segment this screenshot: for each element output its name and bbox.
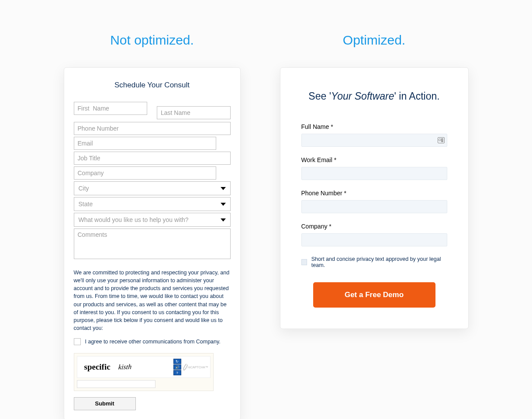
captcha-word-1: specific bbox=[84, 362, 111, 372]
recaptcha-widget: specific kisth ↻ 🔊 ? reCAPTCHA™ bbox=[74, 353, 214, 391]
help-select-label: What would you like us to help you with? bbox=[79, 216, 189, 223]
workemail-label: Work Email * bbox=[301, 156, 447, 163]
chevron-down-icon bbox=[221, 187, 226, 190]
email-input[interactable] bbox=[74, 137, 217, 150]
left-column: Not optimized. Schedule Your Consult bbox=[64, 33, 241, 419]
comparison-container: Not optimized. Schedule Your Consult bbox=[0, 0, 532, 419]
chevron-down-icon bbox=[221, 218, 226, 222]
workemail-group: Work Email * bbox=[301, 156, 447, 180]
company-group: Company * bbox=[301, 223, 447, 246]
recaptcha-logo: reCAPTCHA™ bbox=[184, 358, 208, 376]
captcha-word-2: kisth bbox=[118, 363, 132, 371]
left-form-card: Schedule Your Consult bbox=[64, 67, 241, 419]
privacy-short-text: Short and concise privacy text approved … bbox=[311, 256, 447, 268]
company-input[interactable] bbox=[74, 166, 217, 180]
title-pre: See ' bbox=[308, 90, 331, 102]
right-form-card: See 'Your Software' in Action. Full Name… bbox=[280, 67, 469, 329]
left-heading: Not optimized. bbox=[110, 33, 194, 48]
phone-input[interactable] bbox=[74, 122, 231, 135]
captcha-image: specific kisth bbox=[79, 358, 171, 376]
right-column: Optimized. See 'Your Software' in Action… bbox=[280, 33, 469, 419]
company-input-right[interactable] bbox=[301, 233, 447, 246]
company-label: Company * bbox=[301, 223, 447, 230]
title-post: ' in Action. bbox=[394, 90, 440, 102]
consent-row: I agree to receive other communications … bbox=[74, 338, 231, 345]
phone-label: Phone Number * bbox=[301, 190, 447, 197]
captcha-challenge: specific kisth ↻ 🔊 ? reCAPTCHA™ bbox=[77, 356, 211, 378]
fullname-group: Full Name * bbox=[301, 123, 447, 147]
submit-button[interactable]: Submit bbox=[74, 397, 136, 410]
captcha-answer-input[interactable] bbox=[77, 380, 155, 388]
fullname-label: Full Name * bbox=[301, 123, 447, 130]
consent-checkbox[interactable] bbox=[74, 338, 81, 345]
city-select[interactable]: City bbox=[74, 181, 231, 195]
captcha-controls: ↻ 🔊 ? bbox=[173, 359, 181, 375]
consent-label: I agree to receive other communications … bbox=[85, 339, 221, 345]
recaptcha-brand-text: reCAPTCHA™ bbox=[188, 366, 208, 369]
fullname-input[interactable] bbox=[301, 134, 447, 147]
left-form-title: Schedule Your Consult bbox=[74, 81, 231, 90]
comments-textarea[interactable] bbox=[74, 229, 231, 259]
title-italic: Your Software bbox=[331, 90, 394, 102]
state-select-label: State bbox=[79, 201, 93, 208]
captcha-audio-icon[interactable]: 🔊 bbox=[173, 364, 181, 370]
captcha-help-icon[interactable]: ? bbox=[173, 370, 181, 375]
city-select-label: City bbox=[79, 185, 89, 192]
chevron-down-icon bbox=[221, 203, 226, 206]
first-name-input[interactable] bbox=[74, 102, 148, 115]
privacy-paragraph: We are committed to protecting and respe… bbox=[74, 269, 231, 332]
right-form-title: See 'Your Software' in Action. bbox=[301, 90, 447, 102]
workemail-input[interactable] bbox=[301, 167, 447, 180]
phone-input-right[interactable] bbox=[301, 200, 447, 213]
job-title-input[interactable] bbox=[74, 152, 231, 165]
name-row bbox=[74, 102, 231, 119]
contact-card-icon bbox=[438, 137, 445, 143]
get-demo-button[interactable]: Get a Free Demo bbox=[313, 282, 435, 308]
right-heading: Optimized. bbox=[343, 33, 405, 48]
captcha-refresh-icon[interactable]: ↻ bbox=[173, 359, 181, 364]
last-name-input[interactable] bbox=[157, 106, 231, 119]
help-select[interactable]: What would you like us to help you with? bbox=[74, 213, 231, 227]
state-select[interactable]: State bbox=[74, 197, 231, 211]
phone-group: Phone Number * bbox=[301, 190, 447, 213]
privacy-checkbox[interactable] bbox=[301, 259, 307, 265]
privacy-row: Short and concise privacy text approved … bbox=[301, 256, 447, 268]
